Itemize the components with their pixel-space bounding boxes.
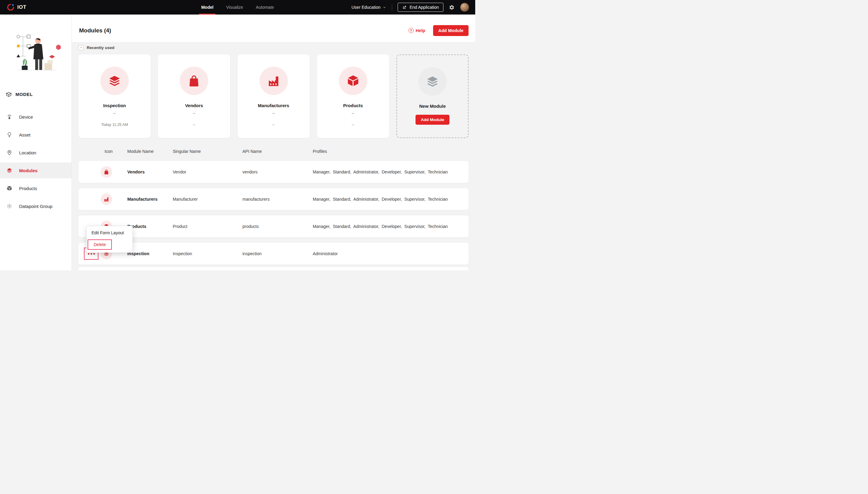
help-button[interactable]: ? Help <box>409 28 425 33</box>
end-application-button[interactable]: End Application <box>398 3 444 12</box>
module-table-row[interactable]: Products Product products Manager, Stand… <box>78 215 469 237</box>
user-menu-dropdown[interactable]: User Education <box>351 5 387 10</box>
module-icon <box>346 74 360 88</box>
user-avatar[interactable] <box>460 3 469 12</box>
singular-name: Inspection <box>173 251 242 256</box>
new-module-icon-circle <box>418 67 447 96</box>
sidebar-item[interactable]: Datapoint Group <box>0 198 72 214</box>
profiles: Administrator <box>313 251 469 256</box>
page-header: Modules (4) ? Help Add Module <box>72 15 475 42</box>
sidebar-item[interactable]: Products <box>0 180 72 196</box>
module-name: Inspection <box>127 251 173 256</box>
module-card-icon-circle <box>100 66 129 95</box>
module-card-meta: -- <box>238 122 310 127</box>
api-name: inspection <box>242 251 313 256</box>
sidebar-item[interactable]: Device <box>0 109 72 125</box>
sidebar-item-label: Products <box>19 186 37 191</box>
context-menu-item[interactable]: Delete <box>88 240 112 250</box>
ellipsis-icon <box>88 253 89 254</box>
sidebar-item[interactable]: Modules <box>0 163 72 178</box>
module-icon-circle <box>101 166 112 178</box>
singular-name: Manufacturer <box>173 197 242 202</box>
module-card-value: -- <box>78 111 151 115</box>
table-column-header: Profiles <box>313 149 469 154</box>
singular-name: Product <box>173 224 242 229</box>
module-icon-circle <box>101 193 112 205</box>
nav-divider <box>392 4 392 11</box>
recently-used-bar: Recently used <box>78 45 469 50</box>
add-module-button[interactable]: Add Module <box>433 25 469 36</box>
help-label: Help <box>416 28 425 33</box>
brand-name: IOT <box>17 4 26 10</box>
profiles: Manager, Standard, Administrator, Develo… <box>313 197 469 202</box>
module-name: Products <box>127 224 173 229</box>
iot-logo-icon <box>7 3 15 11</box>
context-menu-item[interactable]: Edit Form Layout <box>87 228 132 237</box>
module-table-row[interactable]: Vendors Vendor vendors Manager, Standard… <box>78 161 469 183</box>
module-card[interactable]: Products -- -- <box>317 55 389 138</box>
module-card[interactable]: Inspection -- Today 11:25 AM <box>78 55 151 138</box>
sidebar-illustration <box>7 28 65 75</box>
app-logo[interactable]: IOT <box>0 3 26 11</box>
chevron-up-icon <box>80 46 83 49</box>
api-name: products <box>242 224 313 229</box>
external-link-icon <box>402 5 407 10</box>
sidebar-item-label: Location <box>19 150 36 155</box>
sidebar-item-label: Asset <box>19 132 31 137</box>
module-card[interactable]: Vendors -- -- <box>158 55 230 138</box>
sidebar-item[interactable]: Location <box>0 145 72 160</box>
module-icon <box>187 74 201 88</box>
sidebar-item-icon <box>6 150 13 156</box>
next-row-peek <box>78 267 469 270</box>
table-column-header: Singular Name <box>173 149 242 154</box>
row-icon-cell <box>101 193 127 205</box>
gear-icon <box>449 4 455 10</box>
new-module-card[interactable]: New Module Add Module <box>396 55 469 138</box>
module-name: Manufacturers <box>127 197 173 202</box>
table-column-header: Module Name <box>127 149 173 154</box>
recently-used-label: Recently used <box>87 45 114 50</box>
page-title: Modules (4) <box>79 27 111 34</box>
nav-tab[interactable]: Visualize <box>220 0 249 15</box>
module-card-value: -- <box>238 111 310 115</box>
module-card-title: Manufacturers <box>238 103 310 108</box>
sidebar-item-label: Device <box>19 114 33 119</box>
recently-used-cards: Inspection -- Today 11:25 AM Vendors -- … <box>78 55 469 138</box>
nav-tab[interactable]: Automate <box>249 0 281 15</box>
sidebar-item-icon <box>6 167 13 173</box>
sidebar-item-icon <box>6 203 13 209</box>
sidebar-item-label: Modules <box>19 168 38 173</box>
profiles: Manager, Standard, Administrator, Develo… <box>313 224 469 229</box>
new-module-add-button[interactable]: Add Module <box>416 115 449 125</box>
sidebar-item-label: Datapoint Group <box>19 204 52 209</box>
context-menu-item-label: Delete <box>94 242 106 247</box>
sidebar-item[interactable]: Asset <box>0 127 72 142</box>
chevron-down-icon <box>382 5 386 10</box>
module-card-icon-circle <box>339 66 367 95</box>
api-name: vendors <box>242 170 313 174</box>
collapse-section-button[interactable] <box>78 45 84 50</box>
open-box-icon <box>5 91 12 97</box>
table-column-header: Icon <box>105 149 127 154</box>
module-table-row[interactable]: Inspection Inspection inspection Adminis… <box>78 243 469 265</box>
sidebar-section-label: MODEL <box>16 92 33 97</box>
module-card[interactable]: Manufacturers -- -- <box>238 55 310 138</box>
nav-tab[interactable]: Model <box>195 0 220 15</box>
module-icon <box>108 74 122 88</box>
table-column-header: API Name <box>242 149 313 154</box>
module-name: Vendors <box>127 170 173 174</box>
settings-button[interactable] <box>449 4 455 10</box>
primary-nav: Model Visualize Automate <box>195 0 281 15</box>
module-card-icon-circle <box>259 66 288 95</box>
table-header: Icon Module Name Singular Name API Name … <box>78 149 469 154</box>
module-card-icon-circle <box>180 66 208 95</box>
module-table-row[interactable]: Manufacturers Manufacturer manufacturers… <box>78 188 469 210</box>
nav-tab-label: Visualize <box>226 5 243 10</box>
context-menu: Edit Form Layout Delete <box>86 226 133 253</box>
sidebar-section-model: MODEL <box>5 91 72 97</box>
navbar-right: User Education End Application <box>351 3 475 12</box>
help-icon: ? <box>409 28 414 33</box>
module-card-meta: -- <box>317 122 389 127</box>
sidebar-item-icon <box>6 132 13 138</box>
module-card-title: Vendors <box>158 103 230 108</box>
